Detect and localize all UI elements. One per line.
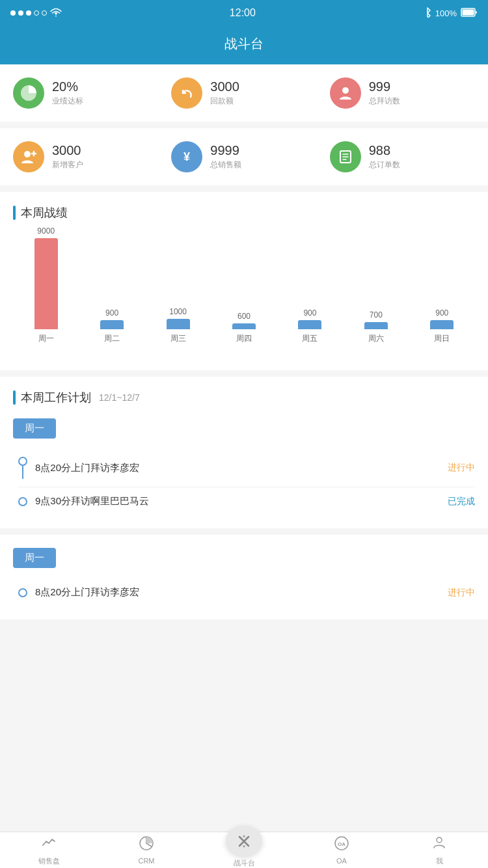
nav-oa-label: OA [336,857,347,865]
bar-value-0: 9000 [37,226,55,236]
plan-item-2-1-text: 8点20分上门拜访李彦宏 [35,586,440,599]
stat-refund[interactable]: 3000 回款额 [165,77,323,109]
bar-label-0: 周一 [38,333,54,344]
bar-label-2: 周三 [170,333,186,344]
bar-label-6: 周日 [434,333,450,344]
bar-group-4: 900周五 [277,221,343,344]
bar-label-3: 周四 [236,333,252,344]
plan-title-bar [13,390,16,405]
nav-sales-label: 销售盘 [38,856,60,866]
list-icon [330,141,361,172]
battery-percentage: 100% [435,8,457,18]
plan-title-text: 本周工作计划 [21,390,91,405]
chart-bars: 9000周一900周二1000周三600周四900周五700周六900周日 [13,234,475,364]
dot2 [18,10,23,16]
timeline-dot-1 [18,457,27,466]
status-time: 12:00 [230,7,256,19]
stat-new-clients-value: 3000 [52,143,83,158]
stats-row-2: 3000 新增客户 ¥ 9999 总销售额 988 总订单数 [0,128,488,185]
svg-text:¥: ¥ [183,150,190,163]
nav-crm[interactable]: CRM [98,832,195,868]
nav-oa[interactable]: OA OA [293,832,390,868]
timeline-2 [18,497,27,506]
plan-date-range: 12/1~12/7 [99,392,140,403]
status-bar: 12:00 100% [0,0,488,26]
bar-value-3: 600 [237,312,251,321]
nav-battle-btn[interactable] [226,826,262,856]
dot3 [26,10,31,16]
stat-performance[interactable]: 20% 业绩达标 [7,77,165,109]
stat-total-orders-label: 总订单数 [369,159,400,170]
status-right: 100% [424,7,478,20]
plan-item-1-1-text: 8点20分上门拜访李彦宏 [35,462,440,474]
stat-refund-text: 3000 回款额 [210,79,239,107]
stat-new-clients-label: 新增客户 [52,159,83,170]
bar-rect-1 [100,320,124,329]
add-person-icon [13,141,44,172]
stat-total-orders-text: 988 总订单数 [369,143,400,170]
stat-total-sales-value: 9999 [210,143,241,158]
nav-sales[interactable]: 销售盘 [0,832,98,868]
bar-value-5: 700 [370,310,383,319]
bar-group-1: 900周二 [79,221,144,344]
plan-item-2-1-status: 进行中 [448,587,475,599]
nav-battle[interactable]: 战斗台 [195,832,293,868]
bottom-nav: 销售盘 CRM 战斗台 OA OA [0,832,488,868]
plan-item-1-1[interactable]: 8点20分上门拜访李彦宏 进行中 [18,449,475,487]
bar-rect-2 [167,319,190,329]
timeline-dot-3 [18,588,27,597]
svg-point-10 [437,837,442,843]
bar-label-4: 周五 [302,333,318,344]
plan-day-1: 周一 8点20分上门拜访李彦宏 进行中 9点30分拜访啊里巴巴马云 已完成 [13,418,475,515]
bar-group-3: 600周四 [211,221,277,344]
stat-refund-label: 回款额 [210,96,239,107]
yen-icon: ¥ [171,141,202,172]
stat-performance-value: 20% [52,79,83,94]
plan-items-2: 8点20分上门拜访李彦宏 进行中 [13,578,475,606]
svg-point-3 [342,87,349,94]
stat-total-sales-label: 总销售额 [210,159,241,170]
timeline-1 [18,457,27,479]
plan-item-1-2[interactable]: 9点30分拜访啊里巴巴马云 已完成 [18,487,475,515]
svg-point-4 [24,151,31,157]
title-bar [13,206,16,220]
status-left [10,8,62,19]
stat-performance-label: 业绩达标 [52,96,83,107]
chart-section: 本周战绩 9000周一900周二1000周三600周四900周五700周六900… [0,192,488,370]
bar-group-5: 700周六 [343,221,409,344]
battery-icon [461,8,478,19]
plan-title: 本周工作计划 12/1~12/7 [13,390,475,405]
nav-me-label: 我 [436,856,443,866]
nav-crm-label: CRM [138,857,154,865]
nav-sales-icon [41,835,57,854]
plan-item-1-2-text: 9点30分拜访啊里巴巴马云 [35,495,440,508]
plan-day-2: 周一 8点20分上门拜访李彦宏 进行中 [13,548,475,606]
bluetooth-icon [424,7,431,20]
plan-item-2-1[interactable]: 8点20分上门拜访李彦宏 进行中 [18,578,475,606]
stat-visits-text: 999 总拜访数 [369,79,400,107]
bar-group-2: 1000周三 [145,221,211,344]
nav-me[interactable]: 我 [390,832,488,868]
stat-visits[interactable]: 999 总拜访数 [323,77,481,109]
bar-value-4: 900 [303,308,316,318]
plan-day-badge-2: 周一 [13,548,56,568]
stat-total-sales[interactable]: ¥ 9999 总销售额 [165,141,323,172]
stat-performance-text: 20% 业绩达标 [52,79,83,107]
page-title: 战斗台 [224,36,264,51]
stat-new-clients[interactable]: 3000 新增客户 [7,141,165,172]
nav-oa-icon: OA [334,835,349,855]
stat-total-orders[interactable]: 988 总订单数 [323,141,481,172]
stat-total-orders-value: 988 [369,143,400,158]
bar-rect-0 [34,238,58,329]
nav-battle-label: 战斗台 [234,858,255,868]
plan-section-2: 周一 8点20分上门拜访李彦宏 进行中 [0,535,488,619]
chart-title: 本周战绩 [13,205,475,221]
bar-value-6: 900 [435,308,448,318]
dot5 [42,10,47,16]
chart-title-text: 本周战绩 [21,205,68,221]
timeline-line-1 [22,466,23,479]
plan-item-1-1-status: 进行中 [448,462,475,474]
dot4 [34,10,39,16]
bar-value-1: 900 [105,308,118,318]
bar-label-5: 周六 [368,333,384,344]
